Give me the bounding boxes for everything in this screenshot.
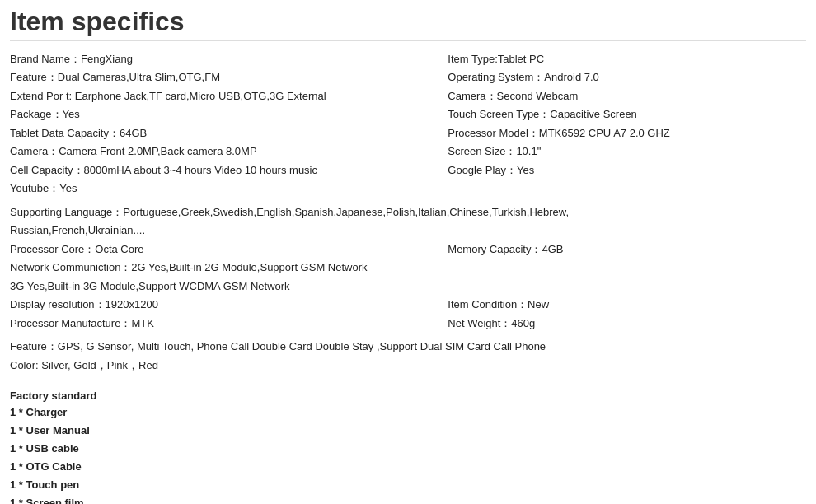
factory-item: 1 * Touch pen — [10, 476, 806, 494]
page-title: Item specifics — [10, 7, 806, 41]
table-row: Feature：Dual Cameras,Ultra Slim,OTG,FMOp… — [10, 68, 806, 87]
spec-left: Brand Name：FengXiang — [10, 49, 448, 68]
table-row: Cell Capacity：8000mHA about 3~4 hours Vi… — [10, 161, 806, 180]
spec-left: Network Communiction：2G Yes,Built-in 2G … — [10, 259, 448, 278]
factory-item: 1 * USB cable — [10, 440, 806, 458]
full-rows-2: Feature：GPS, G Sensor, Multi Touch, Phon… — [10, 338, 806, 375]
spec-right: Memory Capacity：4GB — [448, 240, 806, 259]
spec-left: Feature：Dual Cameras,Ultra Slim,OTG,FM — [10, 68, 448, 87]
table-row: Tablet Data Capacity：64GBProcessor Model… — [10, 124, 806, 142]
table-row: Processor Core：Octa CoreMemory Capacity：… — [10, 240, 806, 259]
table-row: 3G Yes,Built-in 3G Module,Support WCDMA … — [10, 277, 806, 296]
specs-table-1: Brand Name：FengXiangItem Type:Tablet PCF… — [10, 49, 806, 198]
factory-item: 1 * OTG Cable — [10, 458, 806, 476]
spec-left: Extend Por t: Earphone Jack,TF card,Micr… — [10, 86, 448, 105]
full-rows-1: Supporting Language：Portuguese,Greek,Swe… — [10, 203, 806, 240]
table-row: Display resolution：1920x1200Item Conditi… — [10, 296, 806, 315]
spec-left: Processor Core：Octa Core — [10, 240, 448, 259]
factory-item: 1 * Screen film — [10, 494, 806, 504]
spec-left: 3G Yes,Built-in 3G Module,Support WCDMA … — [10, 277, 448, 296]
table-row: Processor Manufacture：MTKNet Weight：460g — [10, 314, 806, 333]
page-container: Item specifics Brand Name：FengXiangItem … — [0, 0, 816, 504]
spec-left: Tablet Data Capacity：64GB — [10, 124, 448, 142]
spec-left: Cell Capacity：8000mHA about 3~4 hours Vi… — [10, 161, 448, 180]
spec-right: Processor Model：MTK6592 CPU A7 2.0 GHZ — [448, 124, 806, 142]
spec-right: Google Play：Yes — [448, 161, 806, 180]
spec-right: Operating System：Android 7.0 — [448, 68, 806, 87]
spec-left: Package：Yes — [10, 105, 448, 124]
full-row: Feature：GPS, G Sensor, Multi Touch, Phon… — [10, 338, 806, 357]
full-row: Color: Silver, Gold，Pink，Red — [10, 356, 806, 375]
factory-item: 1 * Charger — [10, 404, 806, 422]
spec-right: Item Type:Tablet PC — [448, 49, 806, 68]
factory-title: Factory standard — [10, 390, 806, 402]
full-row: Supporting Language：Portuguese,Greek,Swe… — [10, 203, 806, 222]
spec-left: Processor Manufacture：MTK — [10, 314, 448, 333]
spec-right — [448, 277, 806, 296]
table-row: Youtube：Yes — [10, 180, 806, 198]
full-row: Russian,French,Ukrainian.... — [10, 222, 806, 240]
table-row: Camera：Camera Front 2.0MP,Back camera 8.… — [10, 142, 806, 161]
factory-items: 1 * Charger1 * User Manual1 * USB cable1… — [10, 404, 806, 505]
spec-right: Screen Size：10.1" — [448, 142, 806, 161]
spec-right: Touch Screen Type：Capacitive Screen — [448, 105, 806, 124]
factory-item: 1 * User Manual — [10, 422, 806, 440]
table-row: Network Communiction：2G Yes,Built-in 2G … — [10, 259, 806, 278]
table-row: Extend Por t: Earphone Jack,TF card,Micr… — [10, 86, 806, 105]
spec-right: Camera：Second Webcam — [448, 86, 806, 105]
table-row: Brand Name：FengXiangItem Type:Tablet PC — [10, 49, 806, 68]
spec-right: Net Weight：460g — [448, 314, 806, 333]
spec-left: Camera：Camera Front 2.0MP,Back camera 8.… — [10, 142, 448, 161]
spec-right — [448, 180, 806, 198]
spec-right — [448, 259, 806, 278]
spec-right: Item Condition：New — [448, 296, 806, 315]
spec-left: Display resolution：1920x1200 — [10, 296, 448, 315]
spec-left: Youtube：Yes — [10, 180, 448, 198]
table-row: Package：YesTouch Screen Type：Capacitive … — [10, 105, 806, 124]
factory-section: Factory standard 1 * Charger1 * User Man… — [10, 390, 806, 505]
specs-table-2: Processor Core：Octa CoreMemory Capacity：… — [10, 240, 806, 333]
